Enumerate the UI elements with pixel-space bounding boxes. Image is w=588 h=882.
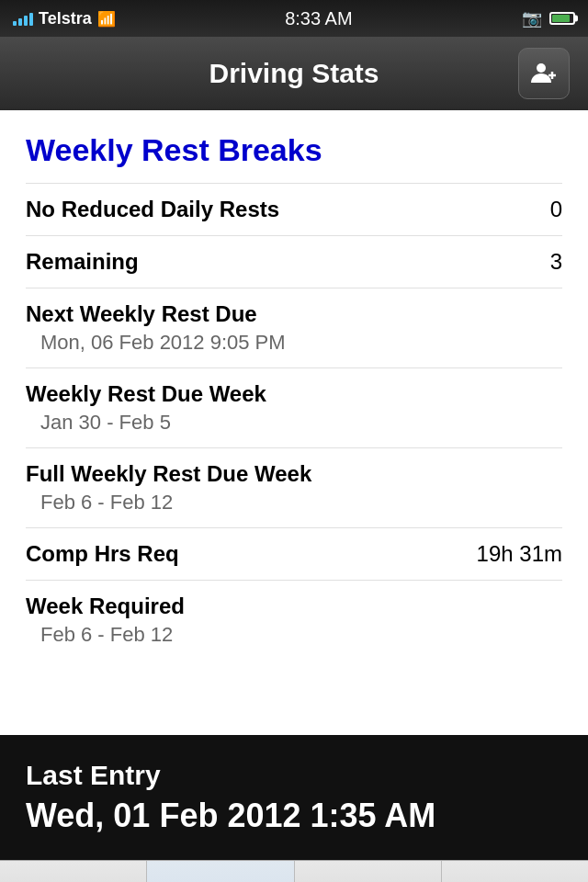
section-title: Weekly Rest Breaks bbox=[26, 132, 562, 168]
row-next-weekly-label: Next Weekly Rest Due bbox=[26, 301, 562, 327]
row-no-reduced: No Reduced Daily Rests 0 bbox=[26, 183, 562, 235]
signal-bar-3 bbox=[24, 16, 28, 26]
row-no-reduced-value: 0 bbox=[550, 197, 562, 222]
row-full-weekly-due-label: Full Weekly Rest Due Week bbox=[26, 461, 562, 487]
add-person-button[interactable] bbox=[518, 48, 570, 99]
row-comp-hrs: Comp Hrs Req 19h 31m bbox=[26, 527, 562, 580]
status-time: 8:33 AM bbox=[285, 8, 352, 29]
row-next-weekly-value: Mon, 06 Feb 2012 9:05 PM bbox=[26, 331, 562, 355]
row-week-required-label: Week Required bbox=[26, 594, 562, 619]
add-person-icon bbox=[529, 59, 559, 88]
status-bar: Telstra 📶 8:33 AM 📷 bbox=[0, 0, 588, 37]
row-remaining-label: Remaining bbox=[26, 249, 139, 275]
nav-title: Driving Stats bbox=[70, 58, 518, 89]
signal-bar-2 bbox=[18, 18, 22, 26]
row-weekly-due-week-label: Weekly Rest Due Week bbox=[26, 381, 562, 407]
last-entry-value: Wed, 01 Feb 2012 1:35 AM bbox=[26, 797, 562, 835]
tab-trucks-drivers[interactable]: trucks / drivers bbox=[442, 861, 588, 882]
row-weekly-due-week-value: Jan 30 - Feb 5 bbox=[26, 411, 562, 435]
tab-bar: day list driving statistics weekly rests bbox=[0, 860, 588, 882]
signal-bar-1 bbox=[13, 21, 17, 26]
row-full-weekly-due: Full Weekly Rest Due Week Feb 6 - Feb 12 bbox=[26, 447, 562, 527]
svg-point-0 bbox=[537, 63, 546, 73]
row-week-required-value: Feb 6 - Feb 12 bbox=[26, 623, 562, 647]
battery-fill bbox=[552, 15, 570, 22]
row-week-required: Week Required Feb 6 - Feb 12 bbox=[26, 580, 562, 660]
row-remaining-value: 3 bbox=[550, 249, 562, 275]
status-left: Telstra 📶 bbox=[13, 9, 116, 28]
last-entry-bar: Last Entry Wed, 01 Feb 2012 1:35 AM bbox=[0, 735, 588, 860]
row-remaining: Remaining 3 bbox=[26, 235, 562, 288]
tab-weekly-rests[interactable]: weekly rests bbox=[295, 861, 442, 882]
wifi-icon: 📶 bbox=[97, 10, 116, 28]
row-no-reduced-label: No Reduced Daily Rests bbox=[26, 197, 279, 222]
bluetooth-icon: 📷 bbox=[522, 8, 542, 28]
main-content: Weekly Rest Breaks No Reduced Daily Rest… bbox=[0, 110, 588, 735]
last-entry-label: Last Entry bbox=[26, 760, 562, 791]
battery-icon bbox=[549, 12, 575, 25]
row-next-weekly: Next Weekly Rest Due Mon, 06 Feb 2012 9:… bbox=[26, 288, 562, 368]
status-right: 📷 bbox=[522, 8, 575, 28]
tab-day-list[interactable]: day list bbox=[0, 861, 147, 882]
row-comp-hrs-value: 19h 31m bbox=[477, 541, 562, 567]
row-comp-hrs-label: Comp Hrs Req bbox=[26, 541, 179, 567]
signal-bar-4 bbox=[29, 13, 33, 26]
nav-bar: Driving Stats bbox=[0, 37, 588, 110]
row-full-weekly-due-value: Feb 6 - Feb 12 bbox=[26, 491, 562, 514]
tab-driving-statistics[interactable]: driving statistics bbox=[147, 861, 294, 882]
row-weekly-due-week: Weekly Rest Due Week Jan 30 - Feb 5 bbox=[26, 368, 562, 447]
signal-bars bbox=[13, 11, 33, 26]
carrier-label: Telstra bbox=[39, 9, 92, 28]
